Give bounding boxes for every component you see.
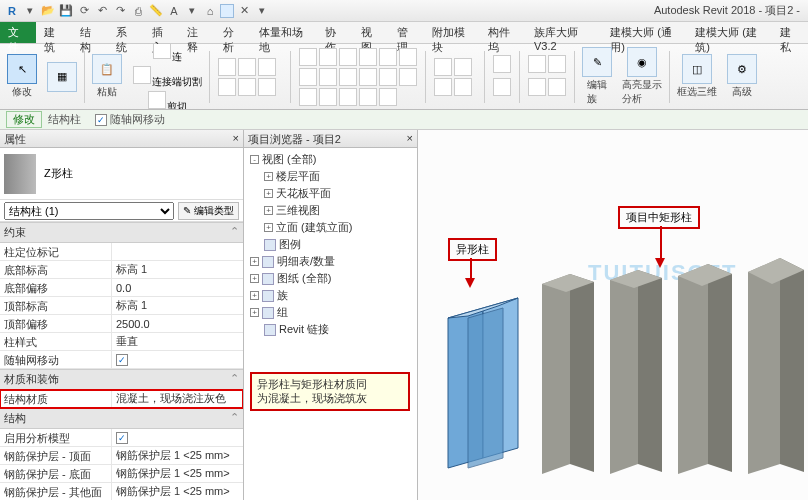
qat-thin-icon[interactable] [220,4,234,18]
geom-3-icon[interactable] [258,58,276,76]
vt-2-icon[interactable] [454,58,472,76]
qat-measure-icon[interactable]: 📏 [148,3,164,19]
tab-annotate[interactable]: 注释 [179,22,215,43]
properties-list[interactable]: 约束⌃柱定位标记底部标高标高 1底部偏移0.0顶部标高标高 1顶部偏移2500.… [0,222,243,500]
create-2-icon[interactable] [548,55,566,73]
cut-icon[interactable] [153,44,171,59]
mt-12-icon[interactable] [399,68,417,86]
mt-11-icon[interactable] [379,68,397,86]
qat-print-icon[interactable]: ⎙ [130,3,146,19]
tree-toggle-icon[interactable]: + [264,223,273,232]
qat-dropdown-icon[interactable]: ▾ [184,3,200,19]
prop-value[interactable]: 标高 1 [112,297,243,314]
tree-node[interactable]: Revit 链接 [246,321,415,338]
create-4-icon[interactable] [548,78,566,96]
tree-toggle-icon[interactable]: + [250,257,259,266]
vt-3-icon[interactable] [434,78,452,96]
tab-jmds1[interactable]: 建模大师 (通用) [602,22,687,43]
qat-text-icon[interactable]: A [166,3,182,19]
qat-close-icon[interactable]: ✕ [236,3,252,19]
tree-node[interactable]: 图例 [246,236,415,253]
opt-modify[interactable]: 修改 [6,111,42,128]
mt-6-icon[interactable] [399,48,417,66]
prop-value[interactable]: 标高 1 [112,261,243,278]
edit-family-icon[interactable]: ✎ [582,47,612,77]
rect-column-1[interactable] [536,258,600,482]
prop-row[interactable]: 结构材质混凝土，现场浇注灰色 [0,390,243,408]
tab-gjw[interactable]: 构件坞 [480,22,526,43]
tab-view[interactable]: 视图 [353,22,389,43]
tab-massing[interactable]: 体量和场地 [251,22,317,43]
tree-toggle-icon[interactable]: + [264,172,273,181]
prop-category[interactable]: 约束⌃ [0,222,243,243]
prop-value[interactable]: ✓ [112,429,243,446]
tree-toggle-icon[interactable]: + [264,189,273,198]
qat-open-icon[interactable]: 📂 [40,3,56,19]
opt-structural-column[interactable]: 结构柱 [42,112,87,127]
tab-addins[interactable]: 附加模块 [424,22,480,43]
mt-9-icon[interactable] [339,68,357,86]
mt-7-icon[interactable] [299,68,317,86]
tree-node[interactable]: +族 [246,287,415,304]
modify-cursor-icon[interactable]: ↖ [7,54,37,84]
clip-icon[interactable] [133,66,151,84]
tab-jmds2[interactable]: 建模大师 (建筑) [687,22,772,43]
prop-value[interactable]: 钢筋保护层 1 <25 mm> [112,447,243,464]
mt-3-icon[interactable] [339,48,357,66]
tree-node[interactable]: +明细表/数量 [246,253,415,270]
ribbon-highlight[interactable]: ◉高亮显示 分析 [619,46,665,107]
prop-value[interactable]: 0.0 [112,279,243,296]
tab-file[interactable]: 文件 [0,22,36,43]
tree-node[interactable]: +天花板平面 [246,185,415,202]
prop-row[interactable]: 钢筋保护层 - 顶面钢筋保护层 1 <25 mm> [0,447,243,465]
ribbon-box3d[interactable]: ◫框选三维 [674,53,720,100]
tab-insert[interactable]: 插入 [144,22,180,43]
mt-17-icon[interactable] [379,88,397,106]
mt-16-icon[interactable] [359,88,377,106]
paste-icon[interactable]: 📋 [92,54,122,84]
tab-zkds[interactable]: 族库大师V3.2 [526,22,602,43]
tab-architecture[interactable]: 建筑 [36,22,72,43]
type-selector[interactable]: Z形柱 [0,148,243,200]
prop-value[interactable]: ✓ [112,351,243,368]
tab-jmds3[interactable]: 建私 [772,22,808,43]
prop-row[interactable]: 启用分析模型✓ [0,429,243,447]
prop-value[interactable]: 混凝土，现场浇注灰色 [112,390,243,407]
qat-redo-icon[interactable]: ↷ [112,3,128,19]
qat-home-icon[interactable]: ⌂ [202,3,218,19]
rect-column-3[interactable] [672,250,738,482]
prop-row[interactable]: 柱样式垂直 [0,333,243,351]
vt-1-icon[interactable] [434,58,452,76]
qat-dropdown2-icon[interactable]: ▾ [254,3,270,19]
rect-column-2[interactable] [604,254,668,482]
mt-14-icon[interactable] [319,88,337,106]
checkbox-icon[interactable]: ✓ [95,114,107,126]
app-logo-icon[interactable]: R [4,3,20,19]
qat-undo-icon[interactable]: ↶ [94,3,110,19]
mt-5-icon[interactable] [379,48,397,66]
tree-toggle-icon[interactable]: + [250,274,259,283]
viewport-3d[interactable]: TUITUISOFT 异形柱 项目中矩形柱 异形柱与矩形柱材质同 为混凝土 [418,130,808,500]
tab-manage[interactable]: 管理 [389,22,425,43]
tree-toggle-icon[interactable]: - [250,155,259,164]
tree-toggle-icon[interactable]: + [250,308,259,317]
filter-icon[interactable]: ▦ [47,62,77,92]
mt-1-icon[interactable] [299,48,317,66]
create-1-icon[interactable] [528,55,546,73]
geom-6-icon[interactable] [258,78,276,96]
tree-node[interactable]: +组 [246,304,415,321]
prop-row[interactable]: 钢筋保护层 - 其他面钢筋保护层 1 <25 mm> [0,483,243,500]
tree-toggle-icon[interactable]: + [250,291,259,300]
geom-5-icon[interactable] [238,78,256,96]
geom-1-icon[interactable] [218,58,236,76]
mt-2-icon[interactable] [319,48,337,66]
qat-sync-icon[interactable]: ⟳ [76,3,92,19]
mt-10-icon[interactable] [359,68,377,86]
measure-icon[interactable] [493,55,511,73]
tab-structure[interactable]: 结构 [72,22,108,43]
prop-category[interactable]: 结构⌃ [0,408,243,429]
mt-15-icon[interactable] [339,88,357,106]
tab-analyze[interactable]: 分析 [215,22,251,43]
join-icon[interactable] [148,91,166,109]
mt-8-icon[interactable] [319,68,337,86]
